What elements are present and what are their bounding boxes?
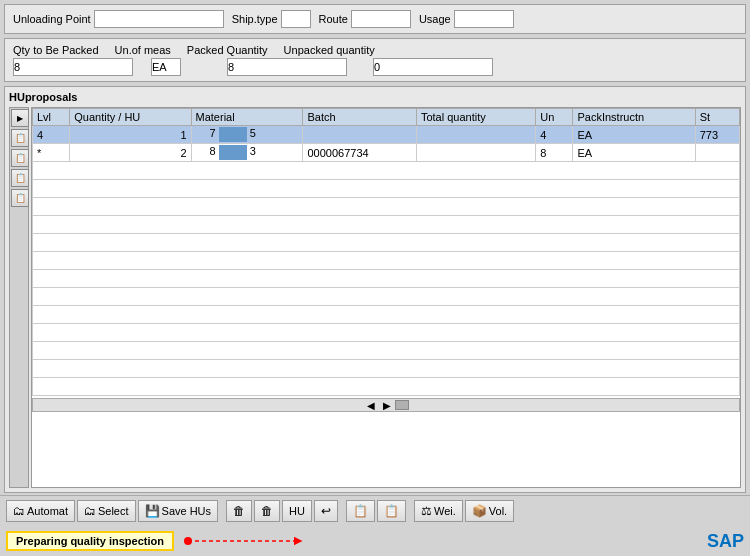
horizontal-scrollbar[interactable]: ◀ ▶ <box>32 398 740 412</box>
grid-panel: HUproposals ▶ 📋 📋 📋 📋 Lvl Quantity / HU … <box>4 86 746 493</box>
paste-icon: 📋 <box>384 504 399 518</box>
side-btn-4[interactable]: 📋 <box>11 169 29 187</box>
undo-button[interactable]: ↩ <box>314 500 338 522</box>
cell-total-qty <box>416 126 535 144</box>
table-row <box>33 162 740 180</box>
cell-qty-hu: 1 <box>70 126 191 144</box>
qty-packed-input[interactable] <box>13 58 133 76</box>
cell-pack-instructn: 773 <box>695 126 739 144</box>
cell-lvl: * <box>33 144 70 162</box>
col-batch: Batch <box>303 109 416 126</box>
select-icon: 🗂 <box>84 504 96 518</box>
usage-group: Usage <box>419 10 514 28</box>
sap-logo: SAP <box>707 531 744 552</box>
hu-button[interactable]: HU <box>282 500 312 522</box>
table-row <box>33 342 740 360</box>
copy-button[interactable]: 📋 <box>346 500 375 522</box>
paste-button[interactable]: 📋 <box>377 500 406 522</box>
select-button[interactable]: 🗂 Select <box>77 500 136 522</box>
unloading-point-input[interactable] <box>94 10 224 28</box>
vol-button[interactable]: 📦 Vol. <box>465 500 514 522</box>
status-message: Preparing quality inspection <box>6 531 174 551</box>
proposals-table: Lvl Quantity / HU Material Batch Total q… <box>32 108 740 396</box>
delete2-button[interactable]: 🗑 <box>254 500 280 522</box>
automat-label: Automat <box>27 505 68 517</box>
save-hu-label: Save HUs <box>162 505 212 517</box>
grid-title: HUproposals <box>9 91 741 103</box>
table-row <box>33 270 740 288</box>
cell-un: 4 <box>536 126 573 144</box>
cell-batch: 0000067734 <box>303 144 416 162</box>
ship-type-group: Ship.type <box>232 10 311 28</box>
save-hu-button[interactable]: 💾 Save HUs <box>138 500 219 522</box>
ship-type-label: Ship.type <box>232 13 278 25</box>
side-btn-3[interactable]: 📋 <box>11 149 29 167</box>
table-container: Lvl Quantity / HU Material Batch Total q… <box>31 107 741 488</box>
wei-label: Wei. <box>434 505 456 517</box>
col-qty-hu: Quantity / HU <box>70 109 191 126</box>
undo-icon: ↩ <box>321 504 331 518</box>
cell-material: 8 3 <box>191 144 303 162</box>
col-total-qty: Total quantity <box>416 109 535 126</box>
table-row <box>33 306 740 324</box>
select-label: Select <box>98 505 129 517</box>
ship-type-input[interactable] <box>281 10 311 28</box>
scroll-right-arrow[interactable]: ▶ <box>379 400 395 411</box>
cell-uom: EA <box>573 126 695 144</box>
vol-label: Vol. <box>489 505 507 517</box>
hu-label: HU <box>289 505 305 517</box>
save-icon: 💾 <box>145 504 160 518</box>
side-toolbar: ▶ 📋 📋 📋 📋 <box>9 107 29 488</box>
delete-button[interactable]: 🗑 <box>226 500 252 522</box>
table-row <box>33 288 740 306</box>
uom-input[interactable] <box>151 58 181 76</box>
scroll-thumb[interactable] <box>395 400 409 410</box>
side-btn-1[interactable]: ▶ <box>11 109 29 127</box>
table-row[interactable]: 4 1 7 5 4 EA 773 <box>33 126 740 144</box>
route-input[interactable] <box>351 10 411 28</box>
wei-button[interactable]: ⚖ Wei. <box>414 500 463 522</box>
dashed-arrow <box>178 526 318 556</box>
qty-packed-group: Qty to Be Packed <box>13 44 99 56</box>
table-row <box>33 252 740 270</box>
main-container: Unloading Point Ship.type Route Usage Qt… <box>0 0 750 556</box>
packed-qty-label: Packed Quantity <box>187 44 268 56</box>
unloading-point-group: Unloading Point <box>13 10 224 28</box>
scroll-left-arrow[interactable]: ◀ <box>363 400 379 411</box>
cell-material: 7 5 <box>191 126 303 144</box>
table-row <box>33 180 740 198</box>
route-group: Route <box>319 10 411 28</box>
packed-qty-group: Packed Quantity <box>187 44 268 56</box>
unloading-point-label: Unloading Point <box>13 13 91 25</box>
uom-group: Un.of meas <box>115 44 171 56</box>
uom-label: Un.of meas <box>115 44 171 56</box>
side-btn-5[interactable]: 📋 <box>11 189 29 207</box>
cell-un: 8 <box>536 144 573 162</box>
table-row[interactable]: * 2 8 3 0000067734 8 EA <box>33 144 740 162</box>
automat-button[interactable]: 🗂 Automat <box>6 500 75 522</box>
col-st: St <box>695 109 739 126</box>
route-label: Route <box>319 13 348 25</box>
packed-qty-input[interactable] <box>227 58 347 76</box>
usage-input[interactable] <box>454 10 514 28</box>
table-row <box>33 378 740 396</box>
vol-icon: 📦 <box>472 504 487 518</box>
unpacked-qty-group: Unpacked quantity <box>284 44 375 56</box>
col-pack-instructn: PackInstructn <box>573 109 695 126</box>
bottom-toolbar: 🗂 Automat 🗂 Select 💾 Save HUs 🗑 🗑 HU ↩ 📋 <box>0 495 750 526</box>
table-row <box>33 360 740 378</box>
automat-icon: 🗂 <box>13 504 25 518</box>
table-row <box>33 198 740 216</box>
qty-panel: Qty to Be Packed Un.of meas Packed Quant… <box>4 38 746 82</box>
side-btn-2[interactable]: 📋 <box>11 129 29 147</box>
qty-packed-label: Qty to Be Packed <box>13 44 99 56</box>
table-row <box>33 216 740 234</box>
delete-icon: 🗑 <box>233 504 245 518</box>
status-bar: Preparing quality inspection SAP <box>0 526 750 556</box>
unpacked-qty-label: Unpacked quantity <box>284 44 375 56</box>
cell-total-qty <box>416 144 535 162</box>
unpacked-qty-input[interactable] <box>373 58 493 76</box>
col-un: Un <box>536 109 573 126</box>
usage-label: Usage <box>419 13 451 25</box>
table-row <box>33 324 740 342</box>
